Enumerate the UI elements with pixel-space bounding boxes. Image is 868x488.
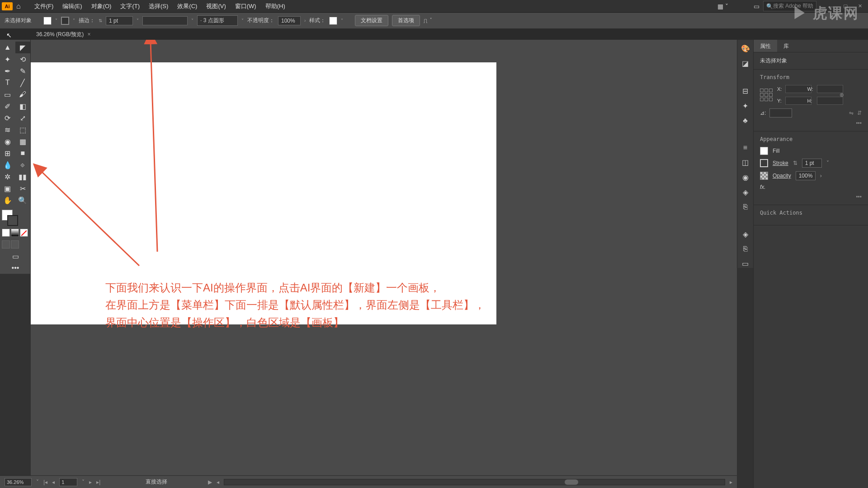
stroke-dropdown[interactable]: ˅ bbox=[73, 18, 75, 23]
brush-dropdown1[interactable]: ˅ bbox=[191, 18, 193, 23]
menu-help[interactable]: 帮助(H) bbox=[261, 0, 290, 13]
scrollbar-left[interactable]: ◂ bbox=[217, 479, 219, 485]
brushes-panel-icon[interactable]: ✦ bbox=[742, 102, 748, 110]
appearance-panel-icon[interactable]: ◉ bbox=[742, 173, 749, 182]
link-wh-icon[interactable]: ⊗ bbox=[840, 92, 844, 98]
draw-normal[interactable] bbox=[2, 240, 10, 249]
slice-tool[interactable]: ✂ bbox=[15, 183, 31, 194]
horizontal-scrollbar[interactable] bbox=[224, 479, 725, 485]
brush-preset-select[interactable]: · 3 点圆形 bbox=[197, 15, 238, 26]
shape-builder-tool[interactable]: ◉ bbox=[0, 136, 15, 147]
gradient-tool[interactable]: ■ bbox=[15, 147, 31, 159]
next-artboard-button[interactable]: ▸ bbox=[89, 479, 92, 485]
draw-behind[interactable] bbox=[11, 240, 19, 249]
style-dropdown[interactable]: ˅ bbox=[341, 18, 343, 23]
eyedropper-tool[interactable]: 💧 bbox=[0, 159, 15, 171]
layers-panel-icon[interactable]: ◈ bbox=[743, 230, 748, 239]
menu-effect[interactable]: 效果(C) bbox=[173, 0, 202, 13]
appearance-stroke-input[interactable] bbox=[802, 159, 822, 168]
type-tool[interactable]: T bbox=[0, 77, 15, 89]
flip-h-icon[interactable]: ⇋ bbox=[849, 110, 854, 116]
swatches-panel-icon[interactable]: ◪ bbox=[742, 59, 749, 68]
appearance-stroke-swatch[interactable] bbox=[760, 159, 768, 167]
artboard-tool[interactable]: ▣ bbox=[0, 183, 15, 194]
symbol-sprayer-tool[interactable]: ✲ bbox=[0, 171, 15, 183]
tab-close-icon[interactable]: × bbox=[87, 31, 90, 38]
libraries-tab[interactable]: 库 bbox=[777, 40, 795, 52]
column-graph-tool[interactable]: ▮▮ bbox=[15, 171, 31, 183]
menu-file[interactable]: 文件(F) bbox=[30, 0, 58, 13]
fill-swatch[interactable] bbox=[43, 17, 52, 25]
paintbrush-tool[interactable]: 🖌 bbox=[15, 89, 31, 100]
menu-type[interactable]: 文字(T) bbox=[116, 0, 144, 13]
stroke-swatch[interactable] bbox=[61, 17, 69, 25]
first-artboard-button[interactable]: |◂ bbox=[43, 479, 47, 485]
brush-dropdown2[interactable]: ˅ bbox=[241, 18, 244, 23]
graphic-style-swatch[interactable] bbox=[329, 17, 337, 25]
free-transform-tool[interactable]: ⬚ bbox=[15, 124, 31, 136]
last-artboard-button[interactable]: ▸| bbox=[96, 479, 100, 485]
home-icon[interactable]: ⌂ bbox=[16, 2, 21, 10]
edit-toolbar[interactable]: ••• bbox=[0, 262, 31, 274]
preferences-button[interactable]: 首选项 bbox=[392, 15, 420, 26]
screen-mode[interactable]: ▭ bbox=[0, 250, 31, 262]
rectangle-tool[interactable]: ▭ bbox=[0, 89, 15, 100]
brush-preview[interactable] bbox=[142, 16, 188, 25]
artboards-panel-icon[interactable]: ⎘ bbox=[743, 245, 748, 253]
color-mode-none[interactable] bbox=[20, 229, 28, 237]
menu-window[interactable]: 窗口(W) bbox=[231, 0, 261, 13]
zoom-level-input[interactable] bbox=[5, 478, 32, 486]
width-tool[interactable]: ≋ bbox=[0, 124, 15, 136]
rotate-tool[interactable]: ⟳ bbox=[0, 112, 15, 124]
zoom-tool[interactable]: 🔍 bbox=[15, 194, 31, 206]
color-mode-gradient[interactable] bbox=[11, 229, 19, 237]
artboard-nav-dropdown[interactable]: ˅ bbox=[82, 479, 85, 485]
document-setup-button[interactable]: 文档设置 bbox=[355, 15, 388, 26]
hand-tool[interactable]: ✋ bbox=[0, 194, 15, 206]
status-play-icon[interactable]: ▶ bbox=[208, 479, 212, 485]
direct-selection-tool[interactable]: ◤ bbox=[15, 42, 31, 53]
prev-artboard-button[interactable]: ◂ bbox=[52, 479, 55, 485]
fill-stroke-widget[interactable] bbox=[0, 209, 15, 227]
frame-icon[interactable]: ▭ bbox=[754, 3, 760, 10]
appearance-more-icon[interactable]: ••• bbox=[760, 194, 862, 200]
scrollbar-right[interactable]: ▸ bbox=[730, 479, 732, 485]
appearance-fill-swatch[interactable] bbox=[760, 147, 768, 155]
menu-view[interactable]: 视图(V) bbox=[202, 0, 230, 13]
shaper-tool[interactable]: ✐ bbox=[0, 100, 15, 112]
align-to-icon[interactable]: ⎍ ˅ bbox=[424, 17, 433, 24]
zoom-dropdown[interactable]: ˅ bbox=[36, 479, 39, 485]
mesh-tool[interactable]: ⊞ bbox=[0, 147, 15, 159]
stroke-stepper[interactable]: ⇅ bbox=[99, 18, 102, 23]
opacity-input[interactable] bbox=[278, 16, 301, 25]
appearance-opacity-swatch[interactable] bbox=[760, 172, 768, 180]
asset-export-panel-icon[interactable]: ⎘ bbox=[743, 203, 748, 211]
magic-wand-tool[interactable]: ✦ bbox=[0, 53, 15, 65]
stroke-weight-dropdown[interactable]: ˅ bbox=[137, 18, 139, 23]
appearance-opacity-input[interactable] bbox=[796, 171, 816, 180]
pen-tool[interactable]: ✒ bbox=[0, 65, 15, 77]
stroke-weight-input[interactable] bbox=[106, 16, 133, 25]
curvature-tool[interactable]: ✎ bbox=[15, 65, 31, 77]
fill-dropdown[interactable]: ˅ bbox=[55, 18, 57, 23]
align-panel-icon[interactable]: ≡ bbox=[743, 144, 747, 152]
lasso-tool[interactable]: ⟲ bbox=[15, 53, 31, 65]
reference-point-widget[interactable] bbox=[760, 89, 773, 101]
perspective-grid-tool[interactable]: ▦ bbox=[15, 136, 31, 147]
document-tab[interactable]: 36.26% (RGB/预览) × bbox=[32, 31, 95, 38]
line-tool[interactable]: ╱ bbox=[15, 77, 31, 89]
menu-object[interactable]: 对象(O) bbox=[87, 0, 116, 13]
transform-more-icon[interactable]: ••• bbox=[760, 120, 862, 127]
links-panel-icon[interactable]: ▭ bbox=[742, 259, 749, 268]
menu-select[interactable]: 选择(S) bbox=[144, 0, 173, 13]
properties-tab[interactable]: 属性 bbox=[754, 40, 777, 52]
blend-tool[interactable]: ⟐ bbox=[15, 159, 31, 171]
flip-v-icon[interactable]: ⇵ bbox=[857, 110, 862, 116]
arrange-docs-icon[interactable]: ▦ ˅ bbox=[717, 3, 728, 10]
transform-panel-icon[interactable]: ◫ bbox=[742, 158, 749, 167]
appearance-fx-label[interactable]: fx. bbox=[760, 184, 766, 190]
menu-edit[interactable]: 编辑(E) bbox=[58, 0, 86, 13]
scale-tool[interactable]: ⤢ bbox=[15, 112, 31, 124]
eraser-tool[interactable]: ◧ bbox=[15, 100, 31, 112]
symbols-panel-icon[interactable]: ♣ bbox=[743, 117, 748, 125]
